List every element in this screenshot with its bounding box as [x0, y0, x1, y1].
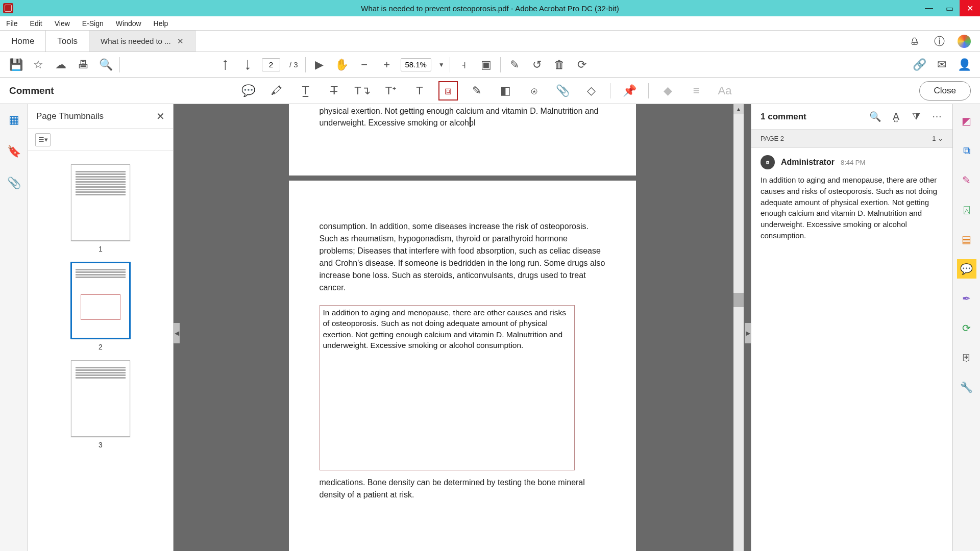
hand-tool-icon[interactable]: ✋ — [333, 56, 351, 73]
sort-comments-icon[interactable]: A͍ — [889, 110, 902, 123]
tab-home[interactable]: Home — [0, 31, 46, 52]
pencil-draw-icon[interactable]: ✎ — [467, 81, 486, 101]
left-nav-rail: ▦ 🔖 📎 — [0, 104, 28, 551]
thumbnails-rail-icon[interactable]: ▦ — [7, 113, 20, 127]
scrollbar-thumb[interactable] — [733, 293, 744, 307]
link-icon[interactable]: 🔗 — [911, 56, 928, 73]
fit-width-icon[interactable]: ⫞ — [455, 56, 473, 73]
edit-pdf-icon[interactable]: ✎ — [957, 170, 976, 190]
document-area[interactable]: ◀ physical exertion. Not getting enough … — [174, 104, 751, 551]
help-icon[interactable]: ⓘ — [933, 35, 945, 47]
thumbnail-page-1[interactable]: 1 — [71, 164, 130, 253]
filter-comments-icon[interactable]: ⧩ — [910, 110, 923, 123]
fit-page-icon[interactable]: ▣ — [478, 56, 495, 73]
thumbnail-page-2[interactable]: 2 — [71, 262, 130, 351]
page-up-icon[interactable]: ⭡ — [217, 56, 234, 73]
account-avatar[interactable] — [958, 35, 971, 48]
menu-edit[interactable]: Edit — [28, 18, 44, 29]
minimize-button[interactable]: — — [919, 0, 939, 16]
section-label: PAGE 2 — [761, 135, 784, 142]
menu-window[interactable]: Window — [114, 18, 143, 29]
close-window-button[interactable]: ✕ — [960, 0, 980, 16]
print-icon[interactable]: 🖶 — [75, 56, 92, 73]
chevron-down-icon[interactable]: ⌄ — [938, 135, 943, 142]
add-text-icon[interactable]: T — [410, 81, 429, 101]
eraser-icon[interactable]: ◧ — [496, 81, 515, 101]
highlight-icon[interactable]: 🖍 — [267, 81, 286, 101]
close-comment-button[interactable]: Close — [919, 81, 971, 101]
line-style-icon[interactable]: ≡ — [687, 81, 706, 101]
delete-icon[interactable]: 🗑 — [551, 56, 568, 73]
replace-text-icon[interactable]: T↴ — [353, 81, 372, 101]
zoom-dropdown-icon[interactable]: ▼ — [438, 61, 445, 68]
protect-icon[interactable]: ⛨ — [957, 348, 976, 367]
thumbnail-page-3[interactable]: 3 — [71, 360, 130, 449]
menu-file[interactable]: File — [4, 18, 20, 29]
more-tools-icon[interactable]: 🔧 — [957, 378, 976, 397]
organize-icon[interactable]: ▤ — [957, 230, 976, 249]
tab-document-label: What is needed to ... — [101, 37, 171, 45]
zoom-in-icon[interactable]: + — [378, 56, 396, 73]
email-icon[interactable]: ✉ — [933, 56, 950, 73]
menu-view[interactable]: View — [53, 18, 72, 29]
insert-text-icon[interactable]: Tᐩ — [381, 81, 401, 101]
text-box-icon[interactable]: ⧈ — [438, 81, 458, 101]
comment-item[interactable]: ⧈ Administrator 8:44 PM In addition to a… — [751, 148, 952, 248]
window-controls: — ▭ ✕ — [919, 0, 980, 16]
share-user-icon[interactable]: 👤 — [955, 56, 973, 73]
cloud-upload-icon[interactable]: ☁ — [52, 56, 69, 73]
collapse-right-icon[interactable]: ▶ — [745, 323, 751, 343]
tab-document[interactable]: What is needed to ... ✕ — [89, 31, 195, 52]
underline-text-icon[interactable]: T̲ — [296, 81, 315, 101]
comments-panel: 1 comment 🔍 A͍ ⧩ ⋯ PAGE 2 1 ⌄ ⧈ Administ… — [751, 104, 952, 551]
search-icon[interactable]: 🔍 — [97, 56, 114, 73]
notifications-icon[interactable]: 🕭 — [909, 35, 921, 47]
selection-tool-icon[interactable]: ▶ — [311, 56, 328, 73]
zoom-input[interactable] — [401, 58, 431, 71]
rotate-icon[interactable]: ↺ — [528, 56, 546, 73]
bookmarks-rail-icon[interactable]: 🔖 — [7, 145, 20, 158]
vertical-scrollbar[interactable]: ▲ ▼ — [733, 104, 744, 551]
fill-color-icon[interactable]: ◆ — [658, 81, 677, 101]
close-thumbnails-icon[interactable]: ✕ — [156, 110, 165, 122]
comment-tool-icon[interactable]: 💬 — [957, 259, 976, 279]
thumbnails-panel: Page Thumbnails ✕ ☰▾ 1 2 3 — [28, 104, 174, 551]
comments-page-section[interactable]: PAGE 2 1 ⌄ — [751, 130, 952, 148]
fill-sign-icon[interactable]: ✒ — [957, 289, 976, 308]
text-box-annotation[interactable]: In addition to aging and menopause, ther… — [320, 305, 575, 470]
attachment-icon[interactable]: 📎 — [553, 81, 572, 101]
collapse-left-icon[interactable]: ◀ — [174, 323, 180, 343]
comment-user: Administrator — [781, 158, 835, 167]
attachments-rail-icon[interactable]: 📎 — [7, 177, 20, 190]
star-icon[interactable]: ☆ — [30, 56, 47, 73]
page-number-input[interactable] — [262, 58, 280, 71]
strikethrough-icon[interactable]: T̶ — [324, 81, 344, 101]
thumbnails-list[interactable]: 1 2 3 — [28, 151, 173, 551]
tab-tools[interactable]: Tools — [46, 31, 89, 52]
create-pdf-icon[interactable]: ◩ — [957, 111, 976, 131]
menu-esign[interactable]: E-Sign — [80, 18, 106, 29]
comments-more-icon[interactable]: ⋯ — [930, 110, 943, 123]
page-down-icon[interactable]: ⭣ — [239, 56, 257, 73]
sign-icon[interactable]: ✎ — [506, 56, 523, 73]
thumbnails-options-icon[interactable]: ☰▾ — [35, 133, 51, 146]
sticky-note-icon[interactable]: 💬 — [238, 81, 258, 101]
pin-icon[interactable]: 📌 — [620, 81, 639, 101]
share-tool-icon[interactable]: ⟳ — [957, 318, 976, 338]
text-format-icon[interactable]: Aa — [715, 81, 734, 101]
shapes-icon[interactable]: ◇ — [581, 81, 601, 101]
page-1-tail: physical exertion. Not getting enough ca… — [289, 104, 636, 176]
stamp-icon[interactable]: ⍟ — [524, 81, 544, 101]
refresh-icon[interactable]: ⟳ — [573, 56, 591, 73]
save-icon[interactable]: 💾 — [7, 56, 24, 73]
close-tab-icon[interactable]: ✕ — [177, 37, 184, 46]
search-comments-icon[interactable]: 🔍 — [869, 110, 882, 123]
export-pdf-icon[interactable]: ⍓ — [957, 200, 976, 219]
scroll-up-icon[interactable]: ▲ — [733, 104, 744, 114]
combine-icon[interactable]: ⧉ — [957, 141, 976, 160]
zoom-out-icon[interactable]: − — [356, 56, 373, 73]
page-2-paragraph: consumption. In addition, some diseases … — [320, 220, 605, 294]
title-bar: What is needed to prevent osteoporosis.p… — [0, 0, 980, 16]
maximize-button[interactable]: ▭ — [939, 0, 960, 16]
menu-help[interactable]: Help — [152, 18, 170, 29]
